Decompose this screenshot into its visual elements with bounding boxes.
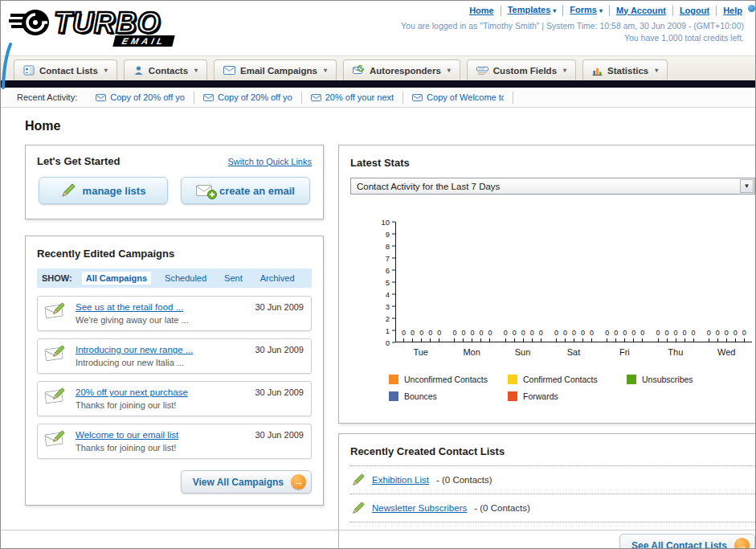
contact-lists-panel: Recently Created Contact Lists Exhibitio…: [338, 433, 756, 549]
y-axis-label: 10: [381, 218, 390, 227]
filter-sent[interactable]: Sent: [220, 272, 247, 285]
chart-day-group: 00000: [650, 330, 701, 342]
envelope-icon: [96, 94, 106, 101]
campaign-row: 20% off your next purchase Thanks for jo…: [37, 381, 312, 416]
chart-value-label: 0: [470, 330, 474, 342]
recent-activity-bar: Recent Activity: Copy of 20% off yo Copy…: [1, 88, 755, 108]
chart-x-label: Sun: [497, 342, 548, 357]
see-all-contact-lists-button[interactable]: See All Contact Lists: [619, 534, 755, 549]
latest-stats-panel: Latest Stats Contact Activity for the La…: [338, 145, 756, 424]
campaign-link[interactable]: Introducing our new range ...: [76, 345, 247, 354]
chart-value-label: 0: [614, 330, 618, 342]
tab-statistics[interactable]: Statistics: [582, 59, 668, 80]
recent-activity-item[interactable]: Copy of 20% off yo: [87, 92, 194, 104]
y-axis-label: 6: [386, 266, 390, 275]
campaign-link[interactable]: 20% off your next purchase: [76, 387, 247, 397]
legend-label: Unsubscribes: [642, 375, 693, 384]
chart-day-group: 00000: [498, 330, 549, 342]
campaign-date: 30 Jun 2009: [255, 302, 304, 325]
filter-archived[interactable]: Archived: [256, 272, 299, 285]
contact-list-link[interactable]: Newsletter Subscribers: [372, 503, 467, 513]
manage-lists-button[interactable]: manage lists: [39, 177, 168, 204]
y-axis-tick: 8: [386, 242, 395, 251]
pencil-icon: [352, 473, 365, 486]
chart-value-label: 0: [734, 330, 738, 342]
chart-value-label: 0: [742, 330, 746, 342]
campaign-link[interactable]: Welcome to our email list: [76, 430, 247, 440]
filter-all-campaigns[interactable]: All Campaigns: [82, 272, 151, 285]
chart-value-label: 0: [428, 330, 432, 342]
pencil-icon: [352, 502, 365, 514]
contact-list-item: Exhibition List - (0 Contacts): [350, 466, 755, 486]
logo-subtitle: EMAIL: [112, 35, 175, 47]
tab-email-campaigns[interactable]: Email Campaigns: [214, 59, 337, 80]
tab-contacts[interactable]: Contacts: [124, 59, 207, 80]
y-axis-tick: 5: [386, 278, 395, 287]
chart-value-label: 0: [452, 330, 456, 342]
campaign-envelope-pencil-icon: [45, 345, 67, 366]
chart-x-label: Wed: [701, 342, 752, 357]
chart-value-label: 0: [437, 330, 441, 342]
legend-item: Confirmed Contacts: [508, 375, 627, 384]
create-email-button[interactable]: create an email: [181, 177, 310, 204]
app-window: TURBO EMAIL Home Templates Forms My Acco…: [0, 0, 756, 549]
y-axis-label: 9: [386, 230, 390, 239]
top-link-logout[interactable]: Logout: [673, 6, 717, 16]
campaign-row: Welcome to our email list Thanks for joi…: [37, 424, 312, 459]
campaign-link[interactable]: See us at the retail food ...: [76, 302, 247, 312]
y-axis-tick: 7: [386, 254, 395, 263]
stats-range-value: Contact Activity for the Last 7 Days: [357, 182, 500, 191]
nav-dark-bar: [1, 80, 755, 88]
envelope-icon: [412, 94, 423, 101]
chart-value-label: 0: [488, 330, 492, 342]
recent-activity-item[interactable]: Copy of Welcome to: [403, 92, 513, 104]
stats-range-select[interactable]: Contact Activity for the Last 7 Days: [350, 178, 755, 195]
chart-value-label: 0: [581, 330, 585, 342]
view-all-campaigns-button[interactable]: View All Campaigns: [181, 470, 312, 494]
tab-autoresponders[interactable]: Autoresponders: [343, 59, 460, 80]
login-info: You are logged in as "Timothy Smith" | S…: [401, 21, 744, 31]
contact-lists-title: Recently Created Contact Lists: [350, 445, 505, 457]
top-link-templates[interactable]: Templates: [501, 5, 564, 16]
chart-value-label: 0: [461, 330, 465, 342]
campaigns-title: Recently Edited Campaigns: [37, 248, 174, 260]
envelope-icon: [203, 94, 214, 101]
top-link-forms[interactable]: Forms: [563, 5, 610, 16]
recent-activity-item[interactable]: 20% off your next: [302, 92, 403, 104]
filter-scheduled[interactable]: Scheduled: [161, 272, 210, 285]
view-all-campaigns-label: View All Campaigns: [193, 477, 284, 488]
select-dropdown-icon: [740, 179, 754, 193]
top-link-my-account[interactable]: My Account: [610, 6, 673, 16]
chart-day-group: 00000: [701, 330, 752, 342]
campaign-date: 30 Jun 2009: [255, 430, 304, 453]
chart-day-group: 00000: [599, 330, 650, 342]
top-link-help[interactable]: Help: [717, 6, 744, 16]
top-link-home[interactable]: Home: [463, 6, 501, 16]
latest-stats-title: Latest Stats: [350, 157, 410, 169]
chart-value-label: 0: [716, 330, 720, 342]
campaign-subject: Introducing our new Italia ...: [76, 358, 247, 367]
recent-activity-item[interactable]: Copy of 20% off yo: [194, 92, 302, 104]
y-axis-label: 5: [386, 278, 390, 287]
tab-custom-fields[interactable]: Custom Fields: [467, 59, 576, 80]
campaign-subject: We're giving away our late ...: [76, 315, 247, 325]
tab-label: Contact Lists: [39, 66, 98, 76]
campaign-envelope-pencil-icon: [45, 387, 67, 408]
campaign-envelope-pencil-icon: [45, 430, 67, 451]
app-logo[interactable]: TURBO EMAIL: [9, 4, 172, 43]
page-title: Home: [25, 119, 731, 133]
campaign-list: See us at the retail food ... We're givi…: [37, 296, 312, 459]
main-content: Home Let's Get Started Switch to Quick L…: [1, 108, 755, 549]
switch-quick-links-link[interactable]: Switch to Quick Links: [227, 157, 312, 166]
legend-swatch: [508, 391, 517, 401]
dotted-divider: [350, 522, 755, 522]
legend-item: Unsubscribes: [627, 375, 746, 384]
chart-value-label: 0: [707, 330, 711, 342]
y-axis-label: 0: [386, 338, 390, 347]
campaigns-panel: Recently Edited Campaigns SHOW: All Camp…: [25, 236, 324, 506]
chart-day-group: 00000: [396, 330, 447, 342]
tab-contact-lists[interactable]: Contact Lists: [14, 59, 117, 80]
see-all-contact-lists-label: See All Contact Lists: [631, 540, 727, 549]
y-axis-tick: 2: [386, 314, 395, 323]
contact-list-link[interactable]: Exhibition List: [372, 475, 429, 485]
